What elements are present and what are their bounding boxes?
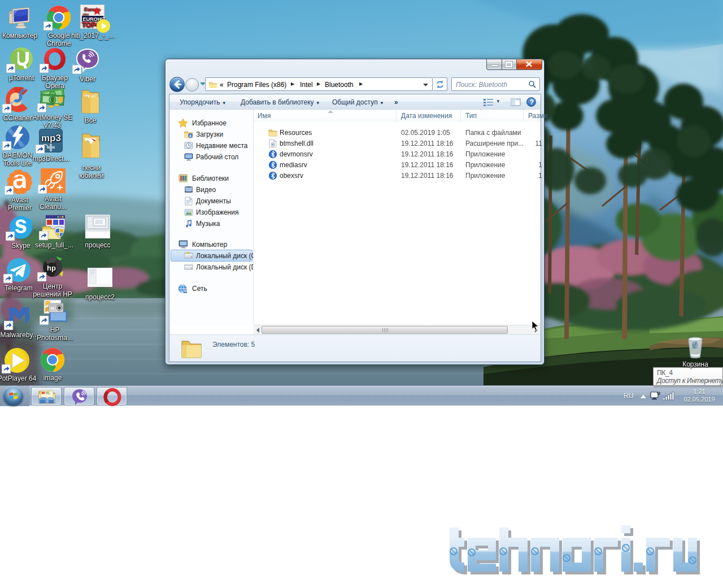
svg-text:plus: plus — [82, 12, 89, 16]
svg-text:hp: hp — [47, 264, 56, 272]
svg-text:mp3: mp3 — [41, 133, 61, 143]
